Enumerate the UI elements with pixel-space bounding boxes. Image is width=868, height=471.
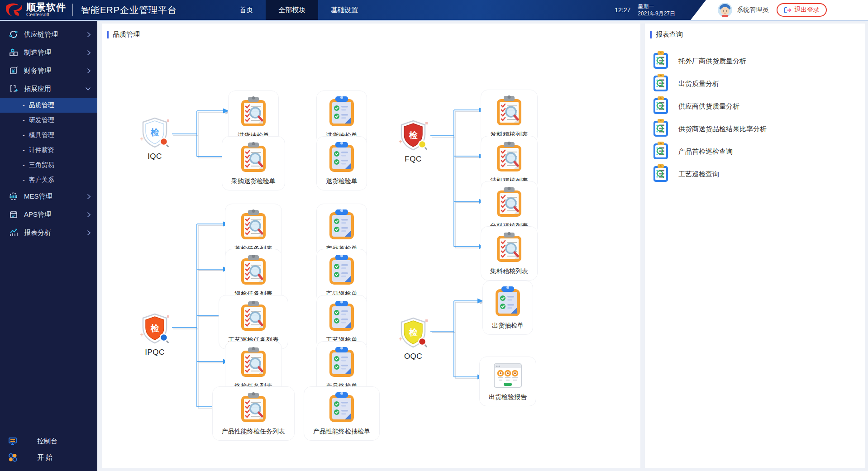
sidebar-item-quality[interactable]: -品质管理 [0, 98, 97, 113]
sidebar-item-extensions[interactable]: 拓展应用 [0, 80, 97, 98]
svg-text:MES: MES [10, 195, 17, 198]
brand-logo-icon [5, 3, 23, 17]
shield-oqc-icon: 检 [396, 316, 430, 351]
avatar[interactable] [718, 3, 732, 17]
extensions-icon [8, 84, 19, 93]
flow-shield-ipqc[interactable]: 检IPQC [138, 312, 172, 357]
logout-button[interactable]: 退出登录 [777, 3, 827, 17]
report-clipboard-icon [653, 164, 668, 184]
flow-node-label: 出货检验报告 [489, 393, 527, 401]
sidebar-item-aps[interactable]: APS管理 [0, 205, 97, 224]
aps-icon [8, 210, 19, 219]
sidebar-item-triangle-trade[interactable]: -三角贸易 [0, 157, 97, 172]
doc-form-icon [328, 142, 355, 175]
chevron-right-icon [87, 194, 91, 200]
flow-node[interactable]: 退货检验单 [316, 136, 367, 190]
sidebar-subitem-label: 研发管理 [29, 116, 54, 124]
logout-label: 退出登录 [794, 6, 820, 14]
sidebar-subitem-label: 计件薪资 [29, 146, 54, 154]
sidebar-item-report-analysis[interactable]: 报表分析 [0, 224, 97, 242]
inspect-clipboard-icon [240, 392, 267, 425]
sidebar-item-mes[interactable]: MESMES管理 [0, 187, 97, 205]
report-item[interactable]: 产品首检巡检查询 [648, 140, 865, 163]
flow-node[interactable]: 出货检验报告 [479, 357, 536, 406]
sidebar-item-piecework[interactable]: -计件薪资 [0, 143, 97, 157]
shield-label: IQC [148, 152, 162, 161]
report-item[interactable]: 供货商送货品检结果比率分析 [648, 118, 865, 140]
sidebar-item-label: MES管理 [24, 192, 82, 201]
sidebar-item-label: 财务管理 [24, 67, 82, 75]
shield-label: FQC [405, 155, 421, 164]
sidebar-menu: 供应链管理制造管理财务管理拓展应用-品质管理-研发管理-模具管理-计件薪资-三角… [0, 20, 97, 242]
nav-home[interactable]: 首页 [227, 0, 266, 20]
date-text: 2021年9月27日 [638, 10, 675, 17]
brand-name: 顺景软件 [26, 3, 66, 12]
title-accent [650, 31, 652, 38]
reports-panel: 报表查询 托外厂商供货质量分析出货质量分析供应商供货质量分析供货商送货品检结果比… [645, 24, 865, 468]
footer-label: 开 始 [37, 453, 52, 462]
report-item[interactable]: 出货质量分析 [648, 72, 865, 95]
flow-node[interactable]: 产品性能终检抽检单 [304, 386, 380, 441]
reports-panel-title: 报表查询 [645, 24, 865, 39]
flow-shield-iqc[interactable]: 检IQC [138, 116, 172, 161]
report-item-label: 供货商送货品检结果比率分析 [678, 125, 767, 133]
inspect-clipboard-icon [496, 187, 523, 219]
manufacturing-icon [8, 48, 19, 57]
report-item[interactable]: 供应商供货质量分析 [648, 95, 865, 118]
quality-panel-title: 品质管理 [102, 24, 640, 39]
sidebar-subitem-label: 模具管理 [29, 131, 54, 139]
report-item-label: 托外厂商供货质量分析 [678, 57, 746, 66]
report-item-label: 产品首检巡检查询 [678, 147, 733, 156]
flow-shield-oqc[interactable]: 检OQC [396, 316, 430, 361]
clock-time: 12:27 [615, 6, 630, 14]
child-bullet: - [23, 117, 25, 124]
nav-basic-settings[interactable]: 基础设置 [318, 0, 371, 20]
weekday-text: 星期一 [638, 3, 675, 10]
logout-icon [784, 7, 792, 14]
brand: 顺景软件 Centersoft 智能ERP企业管理平台 [0, 3, 177, 17]
doc-form-icon [328, 347, 355, 380]
svg-text:检: 检 [150, 324, 160, 333]
inspect-clipboard-icon [496, 95, 523, 128]
reports-list: 托外厂商供货质量分析出货质量分析供应商供货质量分析供货商送货品检结果比率分析产品… [645, 50, 865, 186]
topbar-user-area: 系统管理员 退出登录 [691, 0, 868, 20]
report-analysis-icon [8, 228, 19, 237]
shield-label: OQC [404, 352, 422, 361]
doc-form-icon [328, 392, 355, 425]
flow-node[interactable]: 出货抽检单 [482, 281, 533, 335]
topbar: 顺景软件 Centersoft 智能ERP企业管理平台 首页全部模块基础设置 1… [0, 0, 868, 20]
content: 品质管理 检IQC检IPQC检FQC检OQC进货抽检单采购退货检验单进货抽检单退… [97, 20, 868, 471]
sidebar-item-rnd[interactable]: -研发管理 [0, 113, 97, 128]
sidebar-item-label: 制造管理 [24, 48, 82, 57]
quality-panel: 品质管理 检IQC检IPQC检FQC检OQC进货抽检单采购退货检验单进货抽检单退… [102, 24, 640, 468]
flow-node[interactable]: 产品性能终检任务列表 [212, 386, 295, 441]
flow-node-label: 产品性能终检任务列表 [222, 428, 285, 436]
flow-node[interactable]: 采购退货检验单 [222, 136, 285, 190]
sidebar-footer-start[interactable]: 开 始 [0, 449, 97, 466]
report-item[interactable]: 托外厂商供货质量分析 [648, 50, 865, 72]
chevron-right-icon [87, 50, 91, 56]
chevron-right-icon [87, 230, 91, 236]
sidebar-item-label: 供应链管理 [24, 30, 82, 39]
child-bullet: - [23, 132, 25, 139]
chevron-right-icon [87, 68, 91, 74]
report-item[interactable]: 工艺巡检查询 [648, 163, 865, 186]
inspect-clipboard-icon [240, 142, 267, 175]
sidebar-footer-console[interactable]: 控制台 [0, 433, 97, 449]
chevron-right-icon [87, 212, 91, 218]
sidebar-item-finance[interactable]: 财务管理 [0, 62, 97, 80]
sidebar-item-customer[interactable]: -客户关系 [0, 172, 97, 187]
flow-node-label: 采购退货检验单 [231, 177, 276, 186]
flow-node[interactable]: 集料稽核列表 [481, 226, 538, 281]
sidebar-item-supply-chain[interactable]: 供应链管理 [0, 25, 97, 43]
nav-all-modules[interactable]: 全部模块 [266, 0, 318, 20]
sidebar-item-manufacturing[interactable]: 制造管理 [0, 43, 97, 62]
doc-form-icon [328, 255, 355, 287]
console-icon [7, 436, 18, 446]
svg-text:检: 检 [409, 130, 418, 140]
sidebar-item-mold[interactable]: -模具管理 [0, 128, 97, 143]
shield-label: IPQC [145, 348, 165, 357]
erp-app: 顺景软件 Centersoft 智能ERP企业管理平台 首页全部模块基础设置 1… [0, 0, 868, 471]
flow-shield-fqc[interactable]: 检FQC [396, 119, 430, 164]
inspect-clipboard-icon [496, 232, 523, 265]
